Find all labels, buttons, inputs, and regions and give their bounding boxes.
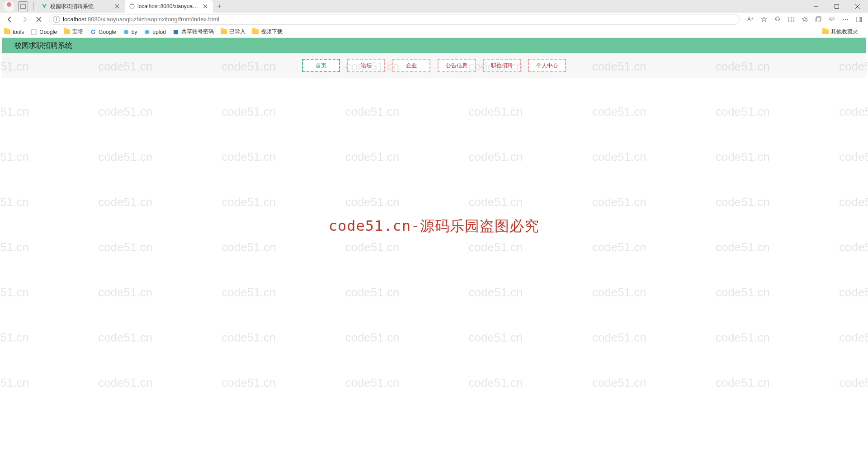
bookmark-item[interactable]: 视频下载 [252,28,283,36]
google-icon: G [90,28,97,36]
watermark-text: code51.cn [222,150,276,164]
folder-icon [822,28,829,36]
watermark-text: code51.cn [98,285,152,300]
watermark-text: code51.cn [839,105,868,119]
watermark-text: code51.cn [469,195,523,209]
split-screen-icon[interactable] [787,15,796,24]
watermark-text: code51.cn [716,195,770,209]
browser-tab[interactable]: 校园求职招聘系统 [37,0,125,13]
tab-close-button[interactable] [114,3,120,9]
separator [33,2,34,10]
watermark-text: code51.cn [716,376,770,390]
main-menu-tabs: 首页 论坛 企业 公告信息 职位招聘 个人中心 [2,53,866,78]
watermark-text: code51.cn [469,105,523,119]
center-watermark: code51.cn-源码乐园盗图必究 [329,216,540,236]
tab-close-button[interactable] [202,3,208,9]
close-window-button[interactable] [847,0,868,13]
watermark-text: code51.cn [345,285,399,300]
performance-icon[interactable] [827,15,836,24]
watermark-text: code51.cn [0,150,29,164]
extensions-icon[interactable] [773,15,782,24]
watermark-text: code51.cn [0,105,29,119]
bookmark-overflow[interactable]: 其他收藏夹 [822,28,858,36]
browser-tab[interactable]: localhost:8080/xiaoyuanqiuzhizh [125,0,213,13]
watermark-text: code51.cn [592,105,646,119]
watermark-text: code51.cn [592,240,646,254]
stop-reload-button[interactable] [32,13,46,26]
favorite-star-icon[interactable] [760,15,769,24]
watermark-text: code51.cn [592,331,646,345]
svg-rect-8 [816,18,820,22]
bookmark-item[interactable]: 已导入 [220,28,245,36]
watermark-text: code51.cn [222,376,276,390]
site-icon [143,28,151,36]
watermark-text: code51.cn [345,195,399,209]
profile-avatar[interactable] [4,1,14,12]
tab-title: 校园求职招聘系统 [50,3,111,10]
watermark-text: code51.cn [222,240,276,254]
bookmark-item[interactable]: 共享账号密码 [172,28,214,36]
watermark-text: code51.cn [592,150,646,164]
forward-button[interactable] [17,13,32,26]
site-info-icon[interactable]: i [53,16,60,23]
menu-tab-notice[interactable]: 公告信息 [438,59,476,72]
watermark-text: code51.cn [345,376,399,390]
watermark-text: code51.cn [345,150,399,164]
maximize-button[interactable] [826,0,847,13]
watermark-text: code51.cn [345,331,399,345]
page-title-bar: 校园求职招聘系统 [2,38,866,53]
more-menu-icon[interactable] [841,15,850,24]
address-bar[interactable]: i localhost:8080/xiaoyuanqiuzhizhaopinxi… [49,14,740,25]
page-icon [30,28,38,36]
watermark-text: code51.cn [592,195,646,209]
read-aloud-button[interactable]: A⁺ [746,15,755,24]
collections-icon[interactable] [814,15,823,24]
watermark-text: code51.cn [839,376,868,390]
folder-icon [220,28,227,36]
watermark-text: code51.cn [0,331,29,345]
watermark-text: code51.cn [469,331,523,345]
watermark-text: code51.cn [592,376,646,390]
bookmark-item[interactable]: by [123,28,137,36]
bookmark-item[interactable]: GGoogle [90,28,116,36]
watermark-text: code51.cn [469,285,523,300]
new-tab-button[interactable]: + [213,0,226,13]
browser-titlebar: 校园求职招聘系统 localhost:8080/xiaoyuanqiuzhizh… [0,0,868,13]
watermark-text: code51.cn [716,285,770,300]
page-title: 校园求职招聘系统 [14,41,72,51]
watermark-text: code51.cn [839,150,868,164]
menu-tab-company[interactable]: 企业 [392,59,430,72]
watermark-text: code51.cn [469,376,523,390]
menu-tab-usercenter[interactable]: 个人中心 [528,59,566,72]
svg-rect-14 [859,17,862,22]
favorites-icon[interactable] [800,15,809,24]
watermark-text: code51.cn [0,376,29,390]
watermark-text: code51.cn [839,195,868,209]
tab-overview-button[interactable] [18,1,28,11]
watermark-text: code51.cn [98,376,152,390]
watermark-text: code51.cn [716,105,770,119]
watermark-text: code51.cn [0,285,29,300]
minimize-button[interactable] [806,0,826,13]
bookmark-item[interactable]: tools [4,28,24,36]
vue-favicon-icon [41,3,47,9]
watermark-text: code51.cn [222,105,276,119]
svg-point-10 [843,19,844,19]
watermark-text: code51.cn [716,150,770,164]
bookmark-item[interactable]: Google [30,28,57,36]
back-button[interactable] [3,13,17,26]
watermark-text: code51.cn [98,105,152,119]
svg-point-17 [145,30,149,34]
bookmark-item[interactable]: 宝塔 [63,28,83,36]
menu-tab-home[interactable]: 首页 [302,59,340,72]
watermark-text: code51.cn [345,240,399,254]
bookmark-item[interactable]: uplod [143,28,165,36]
svg-rect-3 [835,5,839,9]
menu-tab-forum[interactable]: 论坛 [347,59,385,72]
svg-marker-1 [42,4,47,9]
folder-icon [252,28,259,36]
sidebar-toggle-icon[interactable] [854,15,863,24]
loading-spinner-icon [129,4,135,9]
site-icon [123,28,130,36]
menu-tab-jobs[interactable]: 职位招聘 [483,59,521,72]
